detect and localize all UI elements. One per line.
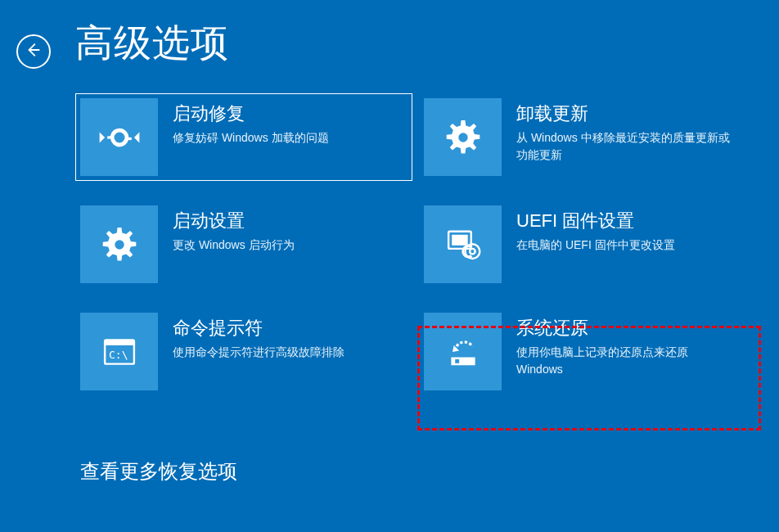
tile-desc: 更改 Windows 启动行为	[173, 237, 295, 253]
tile-title: 命令提示符	[173, 318, 344, 339]
tile-title: UEFI 固件设置	[516, 210, 675, 232]
command-prompt-icon: C:\	[80, 313, 158, 390]
tile-uefi-settings[interactable]: UEFI 固件设置 在电脑的 UEFI 固件中更改设置	[424, 205, 751, 283]
options-grid: 启动修复 修复妨碍 Windows 加载的问题 卸载更新 从 Windows 中…	[80, 98, 751, 390]
more-recovery-options-link[interactable]: 查看更多恢复选项	[80, 458, 237, 485]
tile-title: 启动设置	[173, 210, 295, 232]
tile-desc: 从 Windows 中移除最近安装的质量更新或功能更新	[516, 129, 731, 163]
tile-startup-repair[interactable]: 启动修复 修复妨碍 Windows 加载的问题	[75, 93, 412, 181]
tile-desc: 修复妨碍 Windows 加载的问题	[173, 129, 329, 146]
gear-icon	[424, 98, 502, 176]
tile-title: 启动修复	[173, 103, 329, 124]
svg-rect-7	[105, 340, 134, 345]
system-restore-icon	[424, 313, 502, 390]
startup-repair-icon	[80, 98, 158, 176]
gear-icon	[80, 205, 158, 283]
tile-title: 卸载更新	[516, 103, 731, 124]
tile-desc: 在电脑的 UEFI 固件中更改设置	[516, 237, 675, 253]
tile-desc: 使用你电脑上记录的还原点来还原 Windows	[516, 344, 731, 377]
back-arrow-icon	[25, 41, 43, 62]
svg-rect-3	[452, 234, 468, 245]
svg-point-1	[115, 240, 124, 249]
svg-point-0	[458, 133, 467, 142]
svg-rect-9	[451, 357, 475, 365]
tile-title: 系统还原	[516, 318, 731, 339]
tile-startup-settings[interactable]: 启动设置 更改 Windows 启动行为	[80, 205, 408, 283]
firmware-icon	[424, 205, 502, 283]
svg-point-5	[470, 248, 475, 254]
tile-uninstall-updates[interactable]: 卸载更新 从 Windows 中移除最近安装的质量更新或功能更新	[424, 98, 751, 176]
page-title: 高级选项	[75, 18, 229, 69]
tile-desc: 使用命令提示符进行高级故障排除	[173, 344, 344, 360]
svg-rect-10	[455, 358, 459, 363]
tile-system-restore[interactable]: 系统还原 使用你电脑上记录的还原点来还原 Windows	[424, 313, 751, 390]
tile-command-prompt[interactable]: C:\ 命令提示符 使用命令提示符进行高级故障排除	[80, 313, 408, 390]
back-button[interactable]	[16, 34, 51, 69]
svg-text:C:\: C:\	[109, 349, 128, 361]
